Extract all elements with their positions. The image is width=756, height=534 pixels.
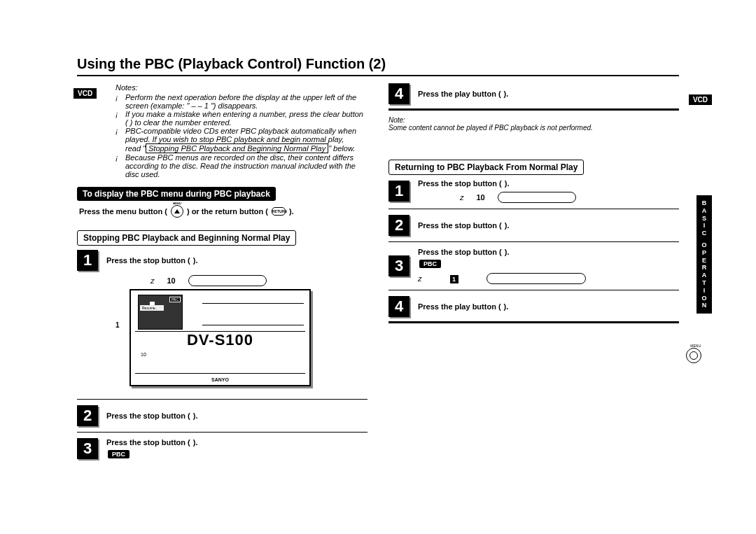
pbc-indicator: PBC: [108, 450, 130, 458]
step-2: 2: [77, 405, 98, 426]
rb-step-3: 3: [388, 255, 410, 276]
rb-step-1: 1: [388, 181, 410, 202]
rb-step-1-text: Press the stop button ().: [418, 179, 576, 188]
player-small-num: 10: [141, 352, 146, 357]
player-left-num: 1: [115, 321, 120, 329]
notes-list: ¡Perform the next operation before the d…: [115, 93, 368, 178]
step-3: 3: [77, 438, 98, 459]
rb-step-2-text: Press the stop button ().: [418, 221, 510, 230]
rb-step-2: 2: [388, 215, 410, 236]
vcd-badge-right: VCD: [689, 94, 712, 105]
step-1: 1: [77, 250, 98, 271]
rb-step-4-text: Press the play button ().: [418, 302, 508, 311]
step-3-text: Press the stop button ().: [106, 438, 198, 447]
r-step-4: 4: [388, 83, 410, 104]
section-stop-pbc: Stopping PBC Playback and Beginning Norm…: [77, 230, 296, 246]
menu-ring-label: MENU: [690, 344, 701, 348]
side-tab: BASIC OPERATION: [696, 195, 712, 314]
return-icon: RETURN: [272, 207, 286, 216]
menu-ring-icon: [686, 348, 701, 363]
step-1-text: Press the stop button ().: [106, 256, 198, 265]
r-step-4-text: Press the play button ().: [418, 90, 508, 98]
rb-step-3-text: Press the stop button ().: [418, 248, 586, 256]
player-illustration: PBC Resume.. DV-S100 10 SANYO: [130, 289, 311, 386]
title-rule: [77, 75, 679, 76]
notes-label: Notes:: [115, 83, 368, 92]
section-return-pbc: Returning to PBC Playback From Normal Pl…: [388, 160, 584, 175]
pbc-indicator: PBC: [419, 260, 441, 268]
rb-step-4: 4: [388, 296, 410, 317]
section-display-menu: To display the PBC menu during PBC playb…: [77, 187, 276, 201]
mini-square: 1: [450, 275, 458, 283]
vcd-badge: VCD: [74, 88, 97, 99]
step-2-text: Press the stop button ().: [106, 412, 198, 420]
player-brand: SANYO: [211, 377, 229, 382]
page-title: Using the PBC (Playback Control) Functio…: [77, 56, 679, 72]
menu-instruction: Press the menu button ( MENU ) or the re…: [79, 205, 368, 218]
player-model: DV-S100: [131, 331, 309, 349]
right-note: Note: Some content cannot be played if P…: [388, 116, 679, 132]
player-screen: PBC Resume..: [138, 295, 183, 330]
menu-icon: MENU: [171, 205, 183, 218]
display-readout: z 10: [150, 275, 368, 286]
